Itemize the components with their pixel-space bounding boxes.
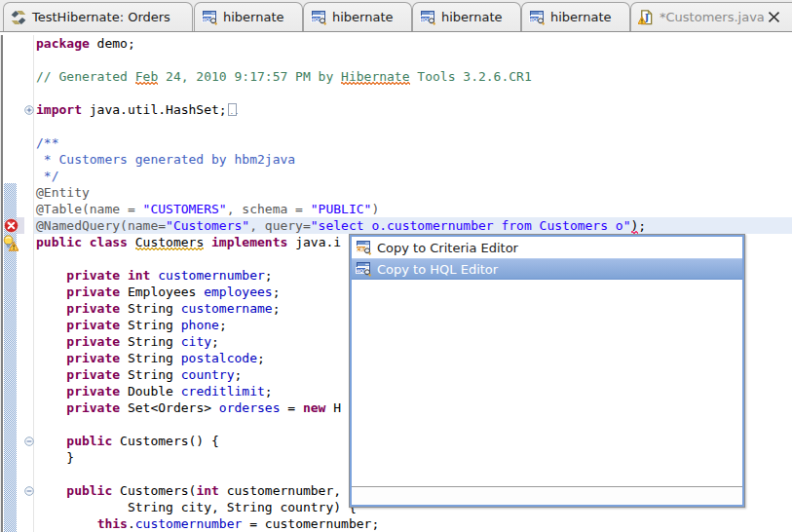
tab--customers-java[interactable]: J *Customers.java <box>630 2 792 31</box>
tab-label: hibernate <box>223 10 284 24</box>
code-token: ) <box>631 217 639 234</box>
code-token: implements <box>211 235 287 249</box>
code-token: public <box>66 434 112 448</box>
code-token <box>36 318 66 332</box>
svg-text:CRI: CRI <box>357 247 366 252</box>
code-token: creditlimit <box>181 384 265 399</box>
quickfix-popup-footer <box>352 486 742 505</box>
collapsed-imports-indicator[interactable]: .. <box>228 103 237 116</box>
popup-item-label: Copy to HQL Editor <box>377 262 498 277</box>
code-line-12: @NamedQuery(name="Customers", query="sel… <box>36 217 646 234</box>
code-token <box>36 400 66 415</box>
code-token <box>120 268 128 283</box>
code-token: String <box>120 334 181 349</box>
code-token: private <box>66 351 120 365</box>
tab-hibernate[interactable]: HQL hibernate <box>521 2 630 31</box>
code-token: Feb <box>135 68 158 85</box>
code-token: public <box>66 483 112 498</box>
code-token <box>36 334 66 349</box>
code-token <box>36 516 97 531</box>
popup-item-copy-to-hql-editor[interactable]: HQL Copy to HQL Editor <box>352 258 742 280</box>
code-token: @Entity <box>36 185 90 200</box>
code-token: int <box>128 268 150 283</box>
code-token: @NamedQuery(name= <box>36 218 166 233</box>
code-token: new <box>303 400 325 415</box>
fold-expanded-icon[interactable] <box>24 437 34 446</box>
code-token: , schema = <box>227 202 311 216</box>
code-token: Customers <box>135 234 204 250</box>
code-token: private <box>66 384 120 399</box>
code-token <box>36 384 66 399</box>
code-token: private <box>66 301 120 316</box>
code-line-7: /** <box>36 134 646 151</box>
code-token: ) <box>371 202 379 216</box>
code-token <box>36 268 66 283</box>
fold-collapsed-icon[interactable] <box>24 105 34 115</box>
code-token: = customernumber; <box>242 516 379 531</box>
tab-label: hibernate <box>550 10 612 24</box>
tab-label: *Customers.java <box>660 10 765 24</box>
window-left-edge <box>1 35 3 532</box>
popup-item-label: Copy to Criteria Editor <box>377 241 518 255</box>
collapsed-indicator-dots: .. <box>230 110 240 115</box>
criteria-window-icon: CRI <box>356 240 371 255</box>
code-token: orderses <box>219 400 281 415</box>
editor-tab-bar: TestHibernate: Orders HQL hibernate HQL … <box>0 0 792 32</box>
code-token: */ <box>36 169 58 183</box>
code-token: "select o.customernumber from Customers … <box>311 218 631 233</box>
code-token: java.util.HashSet; <box>82 102 227 117</box>
code-token: ; <box>235 367 243 382</box>
code-token: Tools 3.2.6.CR1 <box>410 69 532 84</box>
code-line-3: // Generated Feb 24, 2010 9:17:57 PM by … <box>36 68 646 85</box>
code-token: String <box>120 351 181 365</box>
fold-expanded-icon[interactable] <box>24 486 34 496</box>
code-token <box>36 351 66 365</box>
code-token: private <box>66 268 120 283</box>
code-token: // Generated <box>36 69 135 84</box>
code-token: Double <box>120 384 181 399</box>
code-token: import <box>36 102 82 117</box>
tab-testhibernate-orders[interactable]: TestHibernate: Orders <box>3 2 193 31</box>
code-token: "CUSTOMERS" <box>143 202 227 216</box>
code-token: class <box>90 235 128 249</box>
code-token: int <box>196 483 218 498</box>
hql-window-icon: HQL <box>420 10 435 25</box>
code-token: customernumber <box>158 268 265 283</box>
code-token <box>36 367 66 382</box>
tab-hibernate[interactable]: HQL hibernate <box>412 2 521 31</box>
popup-item-copy-to-criteria-editor[interactable]: CRI Copy to Criteria Editor <box>352 237 742 258</box>
code-token: private <box>66 334 120 349</box>
code-token: ; <box>265 268 273 283</box>
tab-label: TestHibernate: Orders <box>32 10 170 24</box>
hql-window-icon: HQL <box>356 261 371 277</box>
code-token <box>204 235 211 249</box>
code-token: /** <box>36 135 58 150</box>
code-token: String city, String country) { <box>36 500 357 514</box>
code-token: String <box>120 367 181 382</box>
hql-window-icon: HQL <box>202 10 217 25</box>
code-token: customernumber, <box>219 483 341 498</box>
close-icon[interactable] <box>768 11 780 23</box>
code-line-30: this.customernumber = customernumber; <box>36 515 646 532</box>
code-token: demo; <box>90 36 135 51</box>
code-token <box>36 434 66 448</box>
tab-hibernate[interactable]: HQL hibernate <box>303 2 412 31</box>
code-token: ; <box>638 218 646 233</box>
code-token: Customers( <box>112 483 196 498</box>
tab-hibernate[interactable]: HQL hibernate <box>194 2 303 31</box>
code-token: private <box>66 367 120 382</box>
code-line-4 <box>36 85 646 101</box>
quickfix-warning-icon[interactable] <box>3 235 19 251</box>
code-line-5: import java.util.HashSet;.. <box>36 101 646 118</box>
code-token: @Table(name = <box>36 202 143 216</box>
code-token: H <box>325 400 341 415</box>
code-token: phone <box>181 318 219 332</box>
hql-window-icon: HQL <box>311 10 326 25</box>
code-token: public <box>36 235 82 249</box>
hibernate-logo-icon <box>11 10 26 25</box>
code-token: private <box>66 285 120 299</box>
error-icon[interactable] <box>4 218 19 233</box>
code-token <box>36 301 66 316</box>
code-token: * Customers generated by hbm2java <box>36 152 295 167</box>
code-token <box>36 483 66 498</box>
